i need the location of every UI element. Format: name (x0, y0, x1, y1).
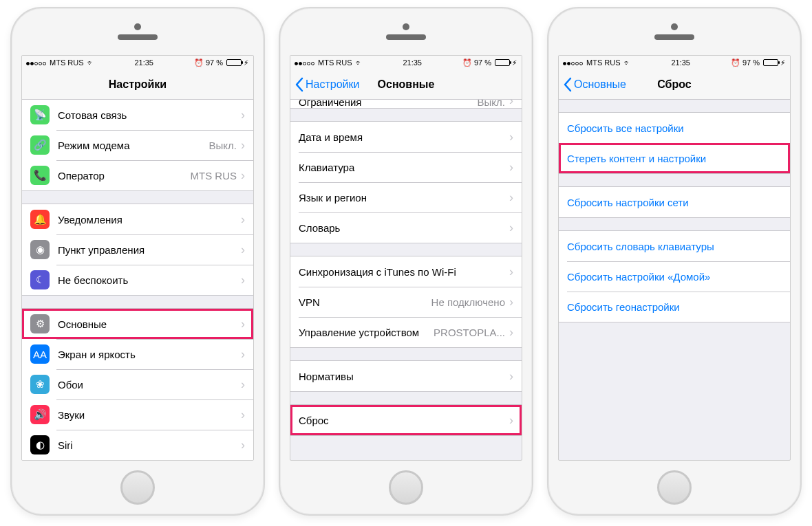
list-row[interactable]: Словарь› (290, 212, 522, 243)
nav-bar: Основные Сброс (559, 69, 790, 100)
row-label: Стереть контент и настройки (567, 153, 782, 164)
chevron-right-icon: › (241, 138, 245, 153)
row-label: Сбросить все настройки (567, 122, 782, 134)
general-list[interactable]: ОграниченияВыкл.›Дата и время›Клавиатура… (290, 100, 522, 460)
reset-list[interactable]: Сбросить все настройкиСтереть контент и … (559, 100, 790, 460)
row-label: VPN (299, 296, 431, 308)
list-row[interactable]: Язык и регион› (290, 182, 522, 212)
back-label: Настройки (306, 78, 359, 91)
list-row[interactable]: 🔊Звуки› (22, 399, 253, 430)
row-label: Клавиатура (299, 162, 509, 173)
carrier-label: MTS RUS (318, 58, 352, 67)
list-row[interactable]: ☾Не беспокоить› (22, 265, 253, 295)
back-button[interactable]: Настройки (295, 69, 359, 99)
row-value: Выкл. (209, 140, 237, 151)
phone-frame-2: MTS RUS ᯤ 21:35 ⏰ 97 % ⚡︎ Настройки Осно… (279, 7, 533, 516)
charging-icon: ⚡︎ (244, 58, 249, 67)
battery-icon (763, 59, 778, 66)
list-row[interactable]: 📡Сотовая связь› (22, 100, 253, 130)
row-label: Сбросить настройки «Домой» (567, 271, 782, 283)
row-label: Нормативы (299, 371, 509, 382)
row-label: Обои (58, 379, 241, 391)
notification-icon: 🔔 (30, 210, 50, 229)
nav-bar: Настройки Основные (290, 69, 522, 100)
list-row[interactable]: ⚙Основные› (22, 309, 253, 339)
chevron-right-icon: › (509, 130, 513, 144)
row-label: Режим модема (58, 140, 209, 151)
chevron-right-icon: › (509, 100, 513, 108)
display-icon: AA (30, 344, 50, 364)
chevron-right-icon: › (509, 295, 513, 309)
list-row[interactable]: 🔗Режим модемаВыкл.› (22, 130, 253, 160)
chevron-right-icon: › (241, 273, 245, 287)
signal-dots-icon (563, 58, 584, 67)
back-label: Основные (574, 78, 626, 91)
carrier-label: MTS RUS (586, 58, 621, 67)
row-label: Уведомления (58, 214, 241, 226)
page-title: Сброс (657, 78, 691, 91)
list-row[interactable]: Клавиатура› (290, 152, 522, 182)
list-row[interactable]: Дата и время› (290, 122, 522, 152)
chevron-right-icon: › (241, 377, 245, 392)
alarm-icon: ⏰ (731, 58, 740, 67)
list-row[interactable]: Сбросить словарь клавиатуры (559, 231, 790, 261)
settings-list[interactable]: 📡Сотовая связь›🔗Режим модемаВыкл.›📞Опера… (22, 100, 253, 460)
list-row[interactable]: Сбросить все настройки (559, 113, 790, 143)
chevron-right-icon: › (241, 408, 245, 422)
list-row[interactable]: Управление устройствомPROSTOPLA...› (290, 317, 522, 347)
wifi-icon: ᯤ (623, 58, 631, 67)
row-label: Сброс (299, 415, 509, 426)
chevron-right-icon: › (241, 317, 245, 331)
status-bar: MTS RUS ᯤ 21:35 ⏰ 97 % ⚡︎ (559, 56, 790, 69)
camera-dot (134, 23, 141, 30)
sounds-icon: 🔊 (30, 405, 50, 424)
camera-dot (403, 23, 409, 30)
speaker-slot (654, 34, 694, 40)
chevron-right-icon: › (509, 190, 513, 205)
battery-icon (226, 59, 242, 66)
row-label: Не беспокоить (58, 274, 241, 286)
link-icon: 🔗 (30, 135, 50, 155)
phone-icon: 📞 (30, 166, 50, 185)
chevron-right-icon: › (241, 108, 245, 122)
list-row[interactable]: 📞ОператорMTS RUS› (22, 160, 253, 190)
signal-dots-icon (26, 58, 47, 67)
list-row[interactable]: Сбросить геонастройки (559, 292, 790, 322)
list-row[interactable]: ◐Siri› (22, 430, 253, 460)
chevron-left-icon (563, 77, 572, 92)
home-button[interactable] (657, 470, 692, 505)
battery-pct-label: 97 % (474, 58, 491, 67)
list-row[interactable]: Синхронизация с iTunes по Wi-Fi› (290, 256, 522, 287)
list-row[interactable]: Стереть контент и настройки (559, 143, 790, 173)
list-row[interactable]: 🔔Уведомления› (22, 204, 253, 234)
status-bar: MTS RUS ᯤ 21:35 ⏰ 97 % ⚡︎ (22, 56, 253, 69)
clock-label: 21:35 (403, 58, 422, 67)
row-label: Сотовая связь (58, 109, 241, 121)
list-row[interactable]: VPNНе подключено› (290, 287, 522, 317)
row-label: Пункт управления (58, 244, 241, 256)
home-button[interactable] (120, 470, 155, 505)
list-row[interactable]: ОграниченияВыкл.› (290, 100, 522, 108)
row-label: Управление устройством (299, 327, 434, 338)
list-row[interactable]: ◉Пункт управления› (22, 234, 253, 265)
camera-dot (671, 23, 678, 30)
list-row[interactable]: Нормативы› (290, 361, 522, 391)
list-row[interactable]: AAЭкран и яркость› (22, 339, 253, 369)
row-label: Siri (58, 439, 241, 451)
row-value: PROSTOPLA... (434, 327, 505, 338)
home-button[interactable] (389, 470, 423, 505)
chevron-right-icon: › (241, 243, 245, 257)
chevron-right-icon: › (509, 413, 513, 428)
list-row[interactable]: Сбросить настройки «Домой» (559, 261, 790, 292)
list-row[interactable]: Сбросить настройки сети (559, 187, 790, 217)
row-value: Не подключено (431, 296, 505, 308)
chevron-right-icon: › (241, 438, 245, 452)
control-center-icon: ◉ (30, 240, 50, 259)
list-row[interactable]: ❀Обои› (22, 369, 253, 399)
speaker-slot (386, 34, 426, 40)
back-button[interactable]: Основные (563, 69, 626, 99)
wifi-icon: ᯤ (87, 58, 94, 67)
row-label: Словарь (299, 222, 509, 234)
screen-1: MTS RUS ᯤ 21:35 ⏰ 97 % ⚡︎ Настройки 📡Сот… (21, 55, 254, 461)
list-row[interactable]: Сброс› (290, 405, 522, 435)
